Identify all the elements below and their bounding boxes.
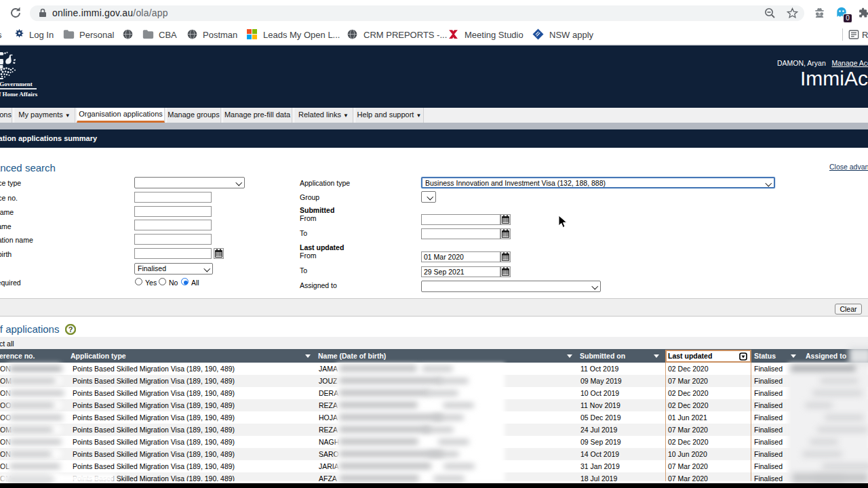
svg-text:?: ? [68,325,73,333]
